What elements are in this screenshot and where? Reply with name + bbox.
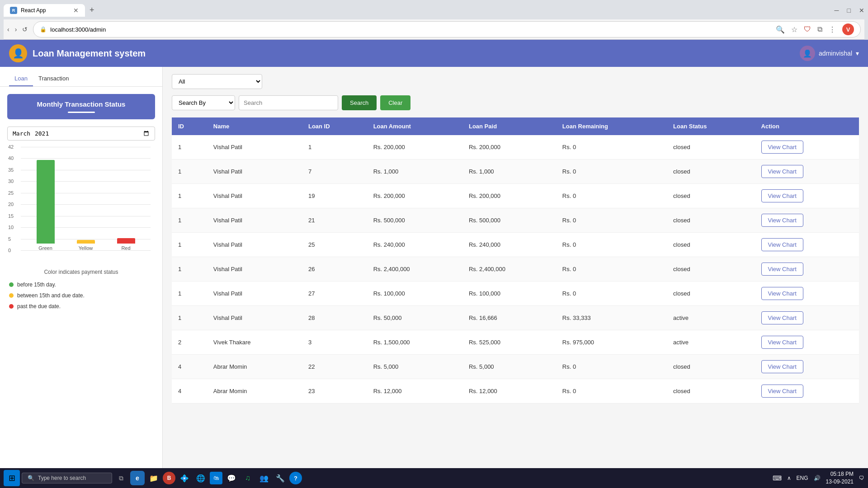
table-row: 1 Vishal Patil 7 Rs. 1,000 Rs. 1,000 Rs.… (172, 160, 859, 184)
chart-note: Color indicates payment status (7, 269, 155, 275)
taskbar-time-text: 05:18 PM (826, 470, 854, 478)
speaker-icon[interactable]: 🔊 (814, 475, 821, 481)
legend-text-yellow: between 15th and due date. (17, 292, 85, 299)
bar-red-label: Red (121, 245, 130, 251)
help-icon[interactable]: ? (289, 472, 302, 484)
view-chart-button[interactable]: View Chart (761, 214, 803, 227)
address-input[interactable]: 🔒 localhost:3000/admin 🔍 ☆ 🛡 ⧉ ⋮ V (33, 21, 861, 38)
taskview-icon[interactable]: ⧉ (114, 471, 128, 485)
reload-button[interactable]: ↺ (22, 26, 28, 33)
view-chart-button[interactable]: View Chart (761, 141, 803, 154)
cell-action: View Chart (755, 282, 859, 306)
cell-action: View Chart (755, 330, 859, 355)
search-input[interactable] (239, 95, 338, 110)
cell-amount: Rs. 200,000 (367, 184, 462, 208)
legend-dot-red (9, 304, 14, 309)
browser-taskbar-icon[interactable]: B (163, 472, 175, 484)
menu-icon[interactable]: ⋮ (829, 25, 836, 34)
spotify-icon[interactable]: ♫ (241, 471, 255, 485)
chrome-icon[interactable]: 🌐 (193, 471, 208, 485)
back-button[interactable]: ‹ (7, 26, 9, 33)
whatsapp-icon[interactable]: 💬 (224, 471, 239, 485)
close-icon[interactable]: ✕ (859, 7, 864, 14)
store-icon[interactable]: 🛍 (210, 472, 222, 484)
cell-action: View Chart (755, 257, 859, 282)
view-chart-button[interactable]: View Chart (761, 263, 803, 276)
legend-text-red: past the due date. (17, 303, 61, 310)
browser-title-bar: R React App ✕ + ─ □ ✕ (4, 4, 864, 17)
all-filter-select[interactable]: All Active Closed (172, 74, 262, 89)
user-menu[interactable]: 👤 adminvishal ▾ (800, 46, 859, 61)
taskbar-clock: 05:18 PM 13-09-2021 (826, 470, 854, 486)
col-loan-remaining: Loan Remaining (556, 117, 667, 135)
user-name-label: adminvishal (819, 50, 852, 57)
month-picker[interactable] (7, 127, 155, 141)
view-chart-button[interactable]: View Chart (761, 385, 803, 398)
chevron-up-icon[interactable]: ∧ (787, 475, 791, 481)
taskbar-search[interactable]: 🔍 Type here to search (22, 473, 112, 483)
view-chart-button[interactable]: View Chart (761, 311, 803, 324)
extension-icon[interactable]: 🛡 (804, 25, 811, 33)
cell-name: Vishal Patil (207, 282, 302, 306)
files-icon[interactable]: 📁 (146, 471, 161, 485)
view-chart-button[interactable]: View Chart (761, 165, 803, 178)
view-chart-button[interactable]: View Chart (761, 189, 803, 202)
sidebar-tab-loan[interactable]: Loan (9, 71, 33, 86)
monthly-status-card: Monthly Transaction Status (7, 94, 155, 119)
legend-list: before 15th day. between 15th and due da… (7, 282, 155, 310)
clear-button[interactable]: Clear (380, 95, 410, 110)
cell-status: closed (667, 208, 755, 233)
cell-status: closed (667, 355, 755, 379)
browser-user-avatar[interactable]: V (842, 23, 854, 35)
teams-icon[interactable]: 👥 (257, 471, 271, 485)
jetbrains-icon[interactable]: 🔧 (273, 471, 288, 485)
view-chart-button[interactable]: View Chart (761, 360, 803, 373)
cell-loan-id: 27 (302, 282, 367, 306)
tab-close-icon[interactable]: ✕ (73, 7, 79, 14)
search-icon[interactable]: 🔍 (776, 25, 785, 34)
keyboard-icon[interactable]: ⌨ (773, 474, 782, 482)
edge-icon[interactable]: e (130, 471, 145, 485)
user-dropdown-icon: ▾ (856, 50, 859, 57)
view-chart-button[interactable]: View Chart (761, 287, 803, 300)
browser-tab[interactable]: R React App ✕ (4, 4, 85, 17)
address-text: localhost:3000/admin (50, 26, 106, 33)
cell-id: 1 (172, 184, 207, 208)
browser-window-controls: ─ □ ✕ (835, 7, 864, 14)
cell-name: Vishal Patil (207, 257, 302, 282)
legend-item-green: before 15th day. (9, 282, 153, 288)
bookmark-icon[interactable]: ☆ (791, 25, 797, 34)
extensions-icon[interactable]: ⧉ (817, 25, 822, 33)
cell-remaining: Rs. 0 (556, 355, 667, 379)
legend-dot-green (9, 282, 14, 287)
forward-button[interactable]: › (15, 26, 17, 33)
monthly-status-title: Monthly Transaction Status (37, 100, 126, 108)
cell-amount: Rs. 500,000 (367, 208, 462, 233)
new-tab-button[interactable]: + (85, 4, 99, 17)
search-by-select[interactable]: Search By (172, 95, 235, 110)
search-button[interactable]: Search (342, 95, 377, 110)
minimize-icon[interactable]: ─ (835, 7, 839, 14)
cell-loan-id: 19 (302, 184, 367, 208)
vscode-icon[interactable]: 💠 (177, 471, 192, 485)
cell-action: View Chart (755, 160, 859, 184)
taskbar-right: ⌨ ∧ ENG 🔊 05:18 PM 13-09-2021 🗨 (773, 470, 864, 486)
legend-item-yellow: between 15th and due date. (9, 292, 153, 299)
cell-paid: Rs. 200,000 (462, 135, 556, 160)
cell-loan-id: 3 (302, 330, 367, 355)
bar-green: Green (30, 160, 61, 251)
bar-yellow-rect (77, 240, 95, 244)
sidebar-tab-transaction[interactable]: Transaction (33, 71, 74, 86)
cell-name: Abrar Momin (207, 379, 302, 404)
col-loan-status: Loan Status (667, 117, 755, 135)
view-chart-button[interactable]: View Chart (761, 336, 803, 349)
cell-amount: Rs. 1,500,000 (367, 330, 462, 355)
start-button[interactable]: ⊞ (4, 470, 20, 486)
maximize-icon[interactable]: □ (847, 7, 851, 14)
legend-dot-yellow (9, 293, 14, 298)
view-chart-button[interactable]: View Chart (761, 238, 803, 251)
bar-green-label: Green (38, 245, 52, 251)
notification-icon[interactable]: 🗨 (859, 475, 864, 481)
cell-remaining: Rs. 0 (556, 208, 667, 233)
cell-amount: Rs. 12,000 (367, 379, 462, 404)
